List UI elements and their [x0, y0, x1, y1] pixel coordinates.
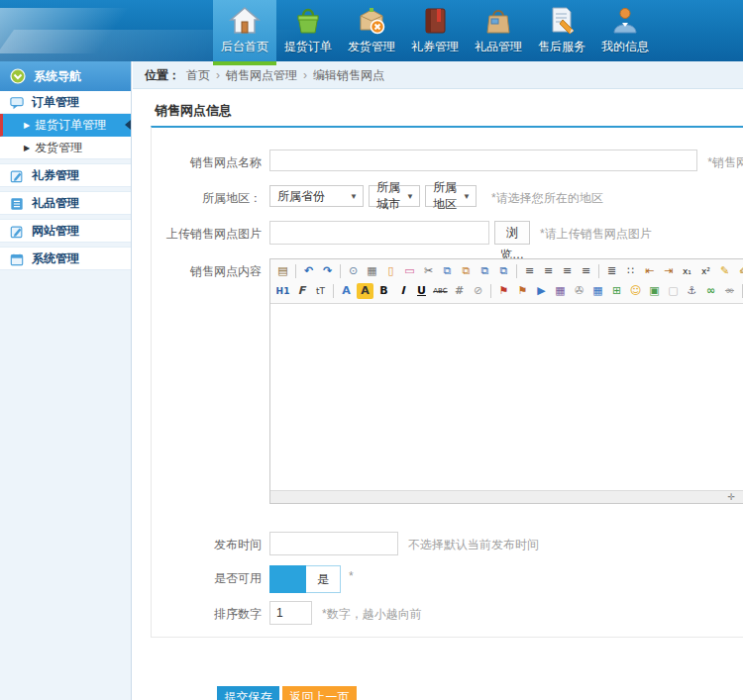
name-input[interactable] — [269, 150, 697, 171]
breadcrumb-prefix: 位置： — [145, 68, 180, 82]
upload-label: 上传销售网点图片 — [152, 221, 262, 243]
editor-toolbar-button[interactable]: ⧉ — [439, 263, 456, 279]
editor-toolbar-button[interactable]: ▦ — [364, 263, 380, 279]
sidebar-item-网站管理[interactable]: 网站管理 — [0, 220, 131, 243]
editor-toolbar-button[interactable]: ⊞ — [608, 283, 625, 299]
editor-toolbar-button[interactable]: # — [451, 283, 468, 299]
editor-toolbar-button[interactable]: ✐ — [735, 263, 743, 279]
pencil-square-icon — [10, 168, 24, 182]
nav-item-label: 发货管理 — [348, 39, 395, 55]
editor-toolbar-button[interactable]: ABC — [432, 283, 449, 299]
editor-toolbar-button[interactable]: ≡ — [540, 263, 557, 279]
editor-toolbar-button[interactable]: ▶ — [533, 283, 550, 299]
editor-toolbar-button[interactable]: ⧉ — [458, 263, 475, 279]
toggle-on-block — [269, 565, 306, 593]
province-select[interactable]: 所属省份▼ — [269, 185, 364, 207]
editor-toolbar-button[interactable]: ≡ — [521, 263, 538, 279]
editor-toolbar-button[interactable]: ≣ — [603, 263, 620, 279]
editor-toolbar-button[interactable]: F — [293, 283, 310, 299]
sidebar-item-订单管理[interactable]: 订单管理 — [0, 91, 131, 114]
editor-toolbar-button[interactable]: ↶ — [300, 263, 317, 279]
editor-toolbar-button[interactable]: ✇ — [571, 283, 587, 299]
nav-item-2[interactable]: 提货订单 — [276, 0, 340, 61]
editor-toolbar-button[interactable]: ↷ — [319, 263, 336, 279]
editor-toolbar-button[interactable]: ⇤ — [641, 263, 658, 279]
app-header: 后台首页提货订单发货管理礼券管理礼品管理售后服务我的信息 — [0, 0, 743, 61]
sidebar-item-label: 订单管理 — [32, 91, 79, 114]
form-panel: 销售网点名称 *销售网点名称 所属地区： 所属省份▼ 所属城市▼ 所属地区▼ *… — [151, 126, 743, 638]
district-select[interactable]: 所属地区▼ — [425, 185, 477, 207]
editor-toolbar-button[interactable]: I — [394, 283, 411, 299]
editor-toolbar-button[interactable]: ☺ — [627, 283, 644, 299]
editor-toolbar-button[interactable]: ✂ — [420, 263, 437, 279]
chevron-down-icon: ▼ — [463, 192, 471, 201]
editor-toolbar-button[interactable]: ⧉ — [495, 263, 512, 279]
sidebar-item-发货管理[interactable]: ▶发货管理 — [0, 137, 131, 159]
editor-toolbar-button[interactable]: ⊘ — [470, 283, 486, 299]
publish-time-input[interactable] — [269, 532, 398, 555]
upload-path-input[interactable] — [269, 221, 489, 245]
editor-toolbar-button[interactable]: ▦ — [552, 283, 569, 299]
editor-toolbar-button[interactable]: ≡ — [559, 263, 576, 279]
breadcrumb-link-1[interactable]: 首页 — [186, 68, 210, 82]
form-row-region: 所属地区： 所属省份▼ 所属城市▼ 所属地区▼ *请选择您所在的地区 — [152, 185, 743, 207]
breadcrumb-separator: › — [216, 68, 220, 82]
nav-item-7[interactable]: 我的信息 — [593, 0, 657, 61]
editor-toolbar-button[interactable]: A — [338, 283, 355, 299]
editor-toolbar-button[interactable]: ▢ — [665, 283, 682, 299]
sidebar-item-提货订单管理[interactable]: ▶提货订单管理 — [0, 114, 131, 137]
city-select[interactable]: 所属城市▼ — [369, 185, 420, 207]
editor-toolbar-button[interactable]: ▭ — [401, 263, 418, 279]
sidebar-item-label: 系统管理 — [32, 248, 79, 270]
form-row-upload: 上传销售网点图片 浏览… *请上传销售网点图片 — [152, 221, 743, 245]
editor-toolbar-button[interactable]: ▣ — [646, 283, 663, 299]
breadcrumb-link-2[interactable]: 销售网点管理 — [226, 68, 297, 82]
enabled-required-mark: * — [349, 565, 354, 583]
editor-toolbar-button[interactable]: ≡ — [578, 263, 594, 279]
active-item-notch-icon — [125, 120, 131, 130]
editor-toolbar-button[interactable]: ▯ — [382, 263, 399, 279]
nav-item-4[interactable]: 礼券管理 — [403, 0, 467, 61]
editor-resize-handle[interactable]: ✛ — [727, 491, 735, 503]
editor-toolbar-button[interactable]: ▦ — [589, 283, 606, 299]
publish-hint: 不选择默认当前发布时间 — [408, 532, 539, 553]
enabled-toggle[interactable]: 是 — [269, 565, 341, 593]
editor-toolbar-button[interactable]: ∷ — [622, 263, 639, 279]
nav-item-3[interactable]: 发货管理 — [340, 0, 403, 61]
editor-toolbar-button[interactable]: ⊙ — [345, 263, 362, 279]
editor-toolbar-button[interactable]: tT — [312, 283, 329, 299]
editor-content-area[interactable] — [270, 304, 743, 490]
sidebar-header[interactable]: 系统导航 — [0, 61, 131, 91]
editor-toolbar-button[interactable]: ⚑ — [495, 283, 512, 299]
editor-toolbar-button[interactable]: B — [375, 283, 392, 299]
editor-toolbar-button[interactable]: H1 — [274, 283, 291, 299]
editor-toolbar-button[interactable]: x₁ — [679, 263, 695, 279]
editor-toolbar-button[interactable]: ✎ — [716, 263, 733, 279]
sort-number-input[interactable] — [269, 601, 312, 625]
browse-button[interactable]: 浏览… — [494, 221, 530, 245]
submit-save-button[interactable]: 提交保存 — [217, 686, 279, 700]
sidebar-item-label: 网站管理 — [32, 220, 79, 243]
editor-toolbar-button[interactable]: ∞ — [721, 283, 738, 299]
nav-item-1[interactable]: 后台首页 — [213, 0, 276, 61]
nav-item-label: 礼品管理 — [475, 39, 522, 55]
editor-toolbar-button[interactable]: ⚑ — [514, 283, 531, 299]
toolbar-separator — [333, 284, 334, 298]
editor-toolbar-button[interactable]: U — [413, 283, 430, 299]
editor-toolbar-button[interactable]: ⧉ — [477, 263, 493, 279]
sidebar-item-label: 礼品管理 — [32, 192, 79, 215]
toolbar-separator — [598, 264, 599, 278]
editor-toolbar-button[interactable]: x² — [697, 263, 714, 279]
sidebar-item-礼券管理[interactable]: 礼券管理 — [0, 164, 131, 187]
back-button[interactable]: 返回上一页 — [282, 686, 357, 700]
editor-toolbar-button[interactable]: ▤ — [274, 263, 291, 279]
editor-toolbar-button[interactable]: A — [357, 283, 373, 299]
nav-item-5[interactable]: 礼品管理 — [467, 0, 530, 61]
sidebar-item-礼品管理[interactable]: 礼品管理 — [0, 192, 131, 215]
chat-icon — [10, 95, 24, 109]
editor-toolbar-button[interactable]: ∞ — [702, 283, 719, 299]
editor-toolbar-button[interactable]: ⚓ — [684, 283, 700, 299]
sidebar-item-系统管理[interactable]: 系统管理 — [0, 248, 131, 270]
editor-toolbar-button[interactable]: ⇥ — [660, 263, 677, 279]
nav-item-6[interactable]: 售后服务 — [530, 0, 593, 61]
